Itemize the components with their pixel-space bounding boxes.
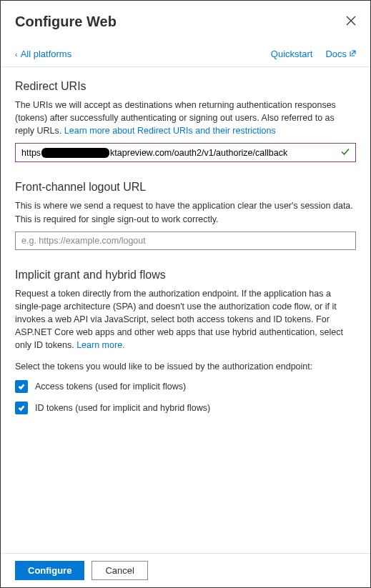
implicit-learn-more-link[interactable]: Learn more. [76, 340, 124, 350]
implicit-grant-title: Implicit grant and hybrid flows [15, 269, 356, 281]
redirect-uri-input[interactable]: httpsktapreview.com/oauth2/v1/authorize/… [15, 143, 356, 162]
redirect-uris-desc: The URIs we will accept as destinations … [15, 99, 356, 137]
access-tokens-checkbox[interactable] [15, 380, 28, 393]
close-icon [346, 16, 356, 26]
redirect-uris-section: Redirect URIs The URIs we will accept as… [15, 80, 356, 162]
logout-url-desc: This is where we send a request to have … [15, 199, 356, 225]
page-title: Configure Web [15, 14, 117, 30]
redirect-uris-learn-more-link[interactable]: Learn more about Redirect URIs and their… [64, 126, 276, 136]
docs-link[interactable]: Docs [325, 49, 356, 59]
check-icon [17, 382, 26, 391]
configure-button[interactable]: Configure [15, 561, 84, 580]
access-tokens-row: Access tokens (used for implicit flows) [15, 380, 356, 393]
implicit-grant-desc: Request a token directly from the author… [15, 287, 356, 352]
id-tokens-label: ID tokens (used for implicit and hybrid … [35, 403, 210, 413]
logout-url-input[interactable] [15, 231, 356, 250]
cancel-button[interactable]: Cancel [91, 561, 147, 580]
back-label: All platforms [21, 49, 72, 59]
id-tokens-row: ID tokens (used for implicit and hybrid … [15, 402, 356, 414]
topbar: ‹ All platforms Quickstart Docs [1, 40, 370, 67]
footer: Configure Cancel [1, 553, 370, 587]
logout-url-section: Front-channel logout URL This is where w… [15, 181, 356, 249]
quickstart-link[interactable]: Quickstart [271, 49, 313, 59]
checkmark-icon [340, 146, 350, 159]
content-area: Redirect URIs The URIs we will accept as… [1, 67, 370, 553]
implicit-grant-section: Implicit grant and hybrid flows Request … [15, 269, 356, 415]
logout-url-title: Front-channel logout URL [15, 181, 356, 194]
redacted-content [41, 148, 109, 158]
redirect-uris-title: Redirect URIs [15, 80, 356, 93]
check-icon [17, 404, 26, 412]
close-button[interactable] [346, 14, 356, 29]
select-tokens-text: Select the tokens you would like to be i… [15, 362, 356, 372]
panel-header: Configure Web [1, 1, 370, 40]
top-links: Quickstart Docs [271, 49, 356, 59]
id-tokens-checkbox[interactable] [15, 402, 28, 414]
chevron-left-icon: ‹ [15, 50, 18, 59]
back-all-platforms-link[interactable]: ‹ All platforms [15, 49, 71, 59]
access-tokens-label: Access tokens (used for implicit flows) [35, 382, 186, 392]
external-link-icon [349, 50, 356, 59]
redirect-uri-input-wrapper: httpsktapreview.com/oauth2/v1/authorize/… [15, 143, 356, 162]
